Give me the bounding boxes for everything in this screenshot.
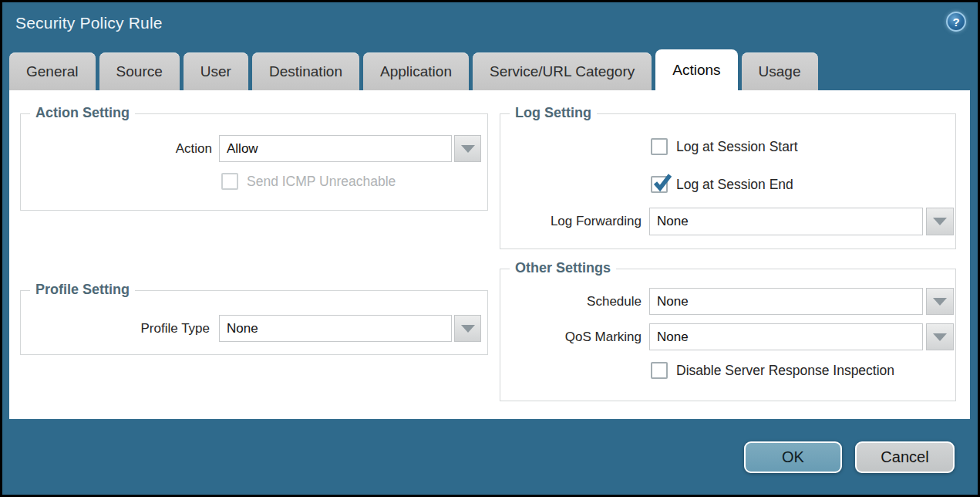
action-label: Action xyxy=(32,135,212,162)
security-policy-rule-dialog: Security Policy Rule ? General Source Us… xyxy=(0,0,980,497)
tab-user[interactable]: User xyxy=(184,52,248,90)
tab-bar: General Source User Destination Applicat… xyxy=(9,52,818,90)
tab-application[interactable]: Application xyxy=(363,52,469,90)
log-forwarding-label: Log Forwarding xyxy=(464,208,642,235)
action-dropdown-value: Allow xyxy=(227,141,258,157)
schedule-dropdown-value: None xyxy=(657,294,689,309)
help-icon-glyph: ? xyxy=(952,15,959,29)
help-icon[interactable]: ? xyxy=(946,12,966,32)
log-at-session-end-checkbox[interactable] xyxy=(651,176,668,193)
schedule-dropdown-button[interactable] xyxy=(926,288,954,315)
chevron-down-icon xyxy=(461,145,475,153)
tab-actions[interactable]: Actions xyxy=(655,49,737,92)
tab-source[interactable]: Source xyxy=(99,52,180,90)
profile-type-dropdown-value: None xyxy=(227,321,258,336)
log-forwarding-dropdown-button[interactable] xyxy=(926,208,954,235)
tab-service-url-category[interactable]: Service/URL Category xyxy=(473,52,652,90)
other-settings-legend: Other Settings xyxy=(510,260,616,276)
log-at-session-start-label: Log at Session Start xyxy=(676,138,798,155)
log-forwarding-dropdown[interactable]: None xyxy=(649,208,923,235)
disable-server-response-inspection-label: Disable Server Response Inspection xyxy=(676,362,894,379)
log-setting-legend: Log Setting xyxy=(510,105,597,121)
profile-type-label: Profile Type xyxy=(32,315,210,342)
actions-tab-panel: Action Setting Action Allow Send ICMP Un… xyxy=(9,90,970,419)
log-at-session-start-checkbox[interactable] xyxy=(651,138,668,155)
qos-marking-dropdown-button[interactable] xyxy=(926,323,954,350)
chevron-down-icon xyxy=(933,218,947,225)
action-setting-group: Action Setting xyxy=(20,113,488,211)
profile-setting-legend: Profile Setting xyxy=(30,282,135,298)
ok-button[interactable]: OK xyxy=(744,441,842,473)
disable-server-response-inspection-checkbox[interactable] xyxy=(651,362,668,379)
action-setting-legend: Action Setting xyxy=(30,105,135,121)
profile-type-dropdown[interactable]: None xyxy=(219,315,452,342)
dialog-title: Security Policy Rule xyxy=(15,14,163,32)
schedule-dropdown[interactable]: None xyxy=(649,288,923,315)
cancel-button[interactable]: Cancel xyxy=(855,441,955,473)
checkmark-icon xyxy=(652,172,672,192)
tab-general[interactable]: General xyxy=(9,52,96,90)
send-icmp-unreachable-checkbox xyxy=(221,173,238,190)
log-at-session-end-label: Log at Session End xyxy=(676,176,793,193)
qos-marking-dropdown-value: None xyxy=(657,330,689,345)
chevron-down-icon xyxy=(933,298,947,306)
tab-usage[interactable]: Usage xyxy=(742,52,818,90)
send-icmp-unreachable-label: Send ICMP Unreachable xyxy=(247,173,396,190)
action-dropdown[interactable]: Allow xyxy=(219,135,452,162)
tab-destination[interactable]: Destination xyxy=(252,52,359,90)
action-dropdown-button[interactable] xyxy=(454,135,481,162)
log-forwarding-dropdown-value: None xyxy=(657,214,689,229)
qos-marking-dropdown[interactable]: None xyxy=(649,323,923,350)
schedule-label: Schedule xyxy=(464,288,642,315)
qos-marking-label: QoS Marking xyxy=(464,323,642,350)
chevron-down-icon xyxy=(933,333,947,341)
